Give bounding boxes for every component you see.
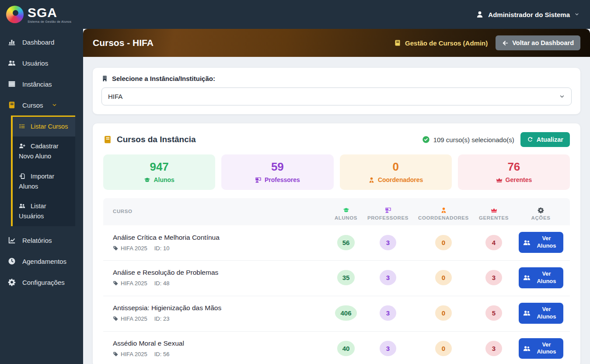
alunos-count-badge: 56	[337, 235, 355, 250]
submenu-item-label: Listar Cursos	[31, 123, 68, 130]
arrow-left-icon	[502, 40, 509, 46]
sidebar: Dashboard Usuários Instâncias Cursos Lis…	[0, 29, 83, 364]
sidebar-item-cursos[interactable]: Cursos	[0, 94, 83, 116]
sidebar-item-relatorios[interactable]: Relatórios	[0, 230, 83, 251]
chevron-down-icon	[559, 94, 565, 100]
refresh-icon	[527, 136, 533, 143]
column-header-acoes: AÇÕES	[512, 202, 570, 220]
ver-alunos-button[interactable]: Ver Alunos	[519, 232, 563, 253]
brand-logo[interactable]: SGA Sistema de Gestão de Alunos	[6, 6, 71, 23]
column-header-coordenadores: COORDENADORES	[411, 202, 476, 220]
sidebar-item-dashboard[interactable]: Dashboard	[0, 32, 83, 52]
coordenadores-count-badge: 0	[435, 305, 452, 321]
chevron-down-icon	[52, 102, 57, 108]
sidebar-item-label: Relatórios	[22, 237, 52, 244]
stat-value: 76	[462, 160, 566, 174]
tag-icon	[113, 316, 119, 322]
alunos-count-badge: 35	[337, 270, 355, 285]
coordenadores-count-badge: 0	[435, 270, 452, 285]
user-menu[interactable]: Administrador do Sistema	[476, 10, 580, 18]
graduation-cap-icon	[144, 177, 150, 183]
gerentes-count-badge: 3	[485, 341, 502, 356]
gear-icon	[538, 207, 544, 214]
teacher-icon	[255, 177, 262, 183]
tag-icon	[113, 351, 119, 357]
clock-icon	[8, 257, 16, 265]
course-id: ID: 48	[154, 280, 170, 287]
sga-logo-icon	[6, 6, 24, 23]
users-icon	[8, 59, 16, 67]
chart-line-icon	[8, 236, 16, 244]
stat-value: 947	[108, 160, 211, 174]
submenu-item-listar-usuarios[interactable]: Listar Usuários	[13, 196, 75, 226]
stat-card-professores: 59 Professores	[221, 154, 333, 190]
gear-icon	[8, 278, 16, 286]
course-tag: HIFA 2025	[113, 245, 147, 252]
stats-row: 947 Alunos 59 Professores 0 Coordenadore…	[103, 154, 570, 190]
sidebar-item-label: Agendamentos	[22, 258, 66, 265]
stat-card-coordenadores: 0 Coordenadores	[340, 154, 452, 190]
professores-count-badge: 3	[380, 235, 396, 250]
sidebar-item-label: Instâncias	[22, 80, 52, 88]
user-plus-icon	[19, 143, 25, 149]
course-tag: HIFA 2025	[113, 280, 147, 287]
cursos-submenu: Listar Cursos Cadastrar Novo Aluno Impor…	[11, 116, 75, 226]
stat-value: 59	[226, 160, 329, 174]
ver-alunos-button[interactable]: Ver Alunos	[519, 267, 563, 288]
users-icon	[523, 345, 531, 352]
course-id: ID: 10	[154, 245, 170, 252]
crown-icon	[496, 177, 503, 183]
teacher-icon	[385, 207, 391, 214]
sidebar-item-instancias[interactable]: Instâncias	[0, 74, 83, 94]
submenu-item-listar-cursos[interactable]: Listar Cursos	[13, 117, 75, 136]
submenu-item-cadastrar-novo-aluno[interactable]: Cadastrar Novo Aluno	[13, 136, 75, 166]
gerentes-count-badge: 4	[485, 235, 502, 250]
page-header: Cursos - HIFA Gestão de Cursos (Admin) V…	[83, 29, 590, 57]
graduation-cap-icon	[343, 207, 349, 214]
table-row: Análise Crítica e Melhoria Contínua HIFA…	[103, 225, 570, 261]
user-icon	[476, 10, 484, 18]
back-to-dashboard-button[interactable]: Voltar ao Dashboard	[496, 35, 580, 50]
users-icon	[523, 239, 531, 246]
submenu-item-importar-alunos[interactable]: Importar Alunos	[13, 167, 75, 196]
main-content: Cursos - HIFA Gestão de Cursos (Admin) V…	[83, 29, 590, 364]
instance-selector-label: Selecione a Instância/Instituição:	[101, 75, 572, 82]
column-header-alunos: ALUNOS	[327, 202, 365, 220]
ver-alunos-button[interactable]: Ver Alunos	[519, 338, 563, 359]
alunos-count-badge: 406	[335, 305, 356, 321]
book-icon	[103, 135, 112, 144]
context-label: Gestão de Cursos (Admin)	[394, 39, 488, 47]
book-icon	[8, 101, 16, 109]
sidebar-item-label: Usuários	[22, 60, 48, 67]
sidebar-item-configuracoes[interactable]: Configurações	[0, 272, 83, 293]
chevron-down-icon	[574, 12, 580, 17]
course-name: Análise e Resolução de Problemas	[113, 269, 327, 276]
user-tie-icon	[368, 177, 375, 183]
instance-select[interactable]: HIFA	[101, 88, 572, 105]
course-id: ID: 56	[154, 351, 170, 357]
course-id: ID: 23	[154, 315, 170, 322]
column-header-gerentes: GERENTES	[476, 202, 512, 220]
brand-subtitle: Sistema de Gestão de Alunos	[28, 20, 71, 23]
brand-name: SGA	[28, 6, 71, 19]
table-header: CURSO ALUNOS PROFESSORES COORDENADORES G…	[103, 198, 570, 225]
refresh-button[interactable]: Atualizar	[520, 132, 570, 147]
courses-panel-title: Cursos da Instância	[103, 135, 196, 144]
building-icon	[101, 75, 108, 82]
file-import-icon	[19, 173, 25, 179]
sidebar-item-agendamentos[interactable]: Agendamentos	[0, 251, 83, 272]
check-circle-icon	[422, 136, 430, 144]
user-tie-icon	[440, 207, 447, 214]
stat-value: 0	[344, 160, 447, 174]
server-icon	[8, 80, 16, 88]
ver-alunos-button[interactable]: Ver Alunos	[519, 303, 563, 324]
tag-icon	[113, 245, 119, 251]
courses-panel: Cursos da Instância 109 curso(s) selecio…	[93, 123, 580, 364]
course-name: Análise Crítica e Melhoria Contínua	[113, 234, 327, 242]
sidebar-item-usuarios[interactable]: Usuários	[0, 52, 83, 74]
professores-count-badge: 3	[380, 305, 396, 321]
user-menu-label: Administrador do Sistema	[488, 11, 570, 18]
coordenadores-count-badge: 0	[435, 235, 452, 250]
tag-icon	[113, 280, 119, 286]
column-header-professores: PROFESSORES	[365, 202, 411, 220]
